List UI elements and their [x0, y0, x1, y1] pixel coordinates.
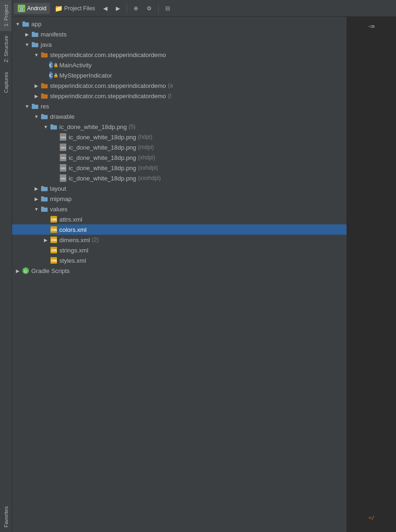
ic-done-hdpi-suffix: (hdpi) — [138, 134, 153, 140]
res-label: res — [41, 103, 49, 110]
tree-item-gradle[interactable]: ▶ G Gradle Scripts — [12, 266, 346, 276]
tree-item-dimens[interactable]: ▶ XML dimens.xml (2) — [12, 235, 346, 245]
png-icon-hdpi: IMG — [59, 133, 67, 141]
ic-done-xxxhdpi-label: ic_done_white_18dp.png — [69, 175, 136, 182]
folder-icon-res — [31, 102, 39, 110]
expand-arrow-ic-done[interactable]: ▼ — [42, 123, 50, 130]
styles-label: styles.xml — [59, 257, 86, 264]
tree-item-values[interactable]: ▼ values — [12, 204, 346, 214]
tree-item-ic-done-hdpi[interactable]: IMG ic_done_white_18dp.png (hdpi) — [12, 132, 346, 142]
mipmap-label: mipmap — [50, 195, 71, 202]
tree-item-strings[interactable]: XML strings.xml — [12, 245, 346, 255]
ic-done-hdpi-label: ic_done_white_18dp.png — [69, 134, 136, 141]
nav-next-button[interactable]: ▶ — [112, 3, 124, 14]
nav-left-icon: ◀ — [103, 5, 107, 12]
ic-done-xxxhdpi-suffix: (xxxhdpi) — [138, 175, 161, 181]
folder-icon-app — [21, 20, 30, 28]
tree-item-java[interactable]: ▼ java — [12, 39, 346, 50]
sidebar-tab-favorites[interactable]: Favorites — [0, 502, 12, 532]
expand-arrow-values[interactable]: ▼ — [33, 205, 40, 213]
drawable-label: drawable — [50, 113, 75, 120]
png-icon-mdpi: IMG — [59, 144, 67, 151]
tree-item-pkg3[interactable]: ▶ stepperindicator.com.stepperindicatord… — [12, 91, 346, 101]
tree-item-ic-done-xxxhdpi[interactable]: IMG ic_done_white_18dp.png (xxxhdpi) — [12, 173, 346, 183]
tree-item-colors[interactable]: XML colors.xml — [12, 224, 346, 235]
folder-icon-java — [31, 41, 39, 48]
expand-arrow-app[interactable]: ▼ — [14, 20, 21, 28]
xml-icon-styles: XML — [50, 257, 58, 264]
mystepper-label: MyStepperIndicator — [59, 72, 112, 79]
sidebar-tab-structure[interactable]: Z: Structure — [0, 31, 12, 67]
gradle-icon: G — [21, 267, 30, 274]
pkg1-label: stepperindicator.com.stepperindicatordem… — [50, 51, 166, 58]
svg-text:IMG: IMG — [61, 136, 66, 139]
svg-rect-15 — [41, 114, 44, 116]
tree-item-pkg1[interactable]: ▼ stepperindicator.com.stepperindicatord… — [12, 50, 346, 60]
expand-arrow-mipmap[interactable]: ▶ — [33, 195, 40, 202]
nav-prev-button[interactable]: ◀ — [99, 3, 111, 14]
java-icon-mystepper: C 🔒 — [50, 72, 58, 79]
tree-item-manifests[interactable]: ▶ manifests — [12, 29, 346, 39]
xml-preview-close: </ — [367, 513, 376, 523]
folder-icon-pkg3 — [40, 92, 49, 100]
java-label: java — [41, 41, 52, 48]
expand-arrow-manifests[interactable]: ▶ — [23, 30, 31, 38]
svg-text:XML: XML — [51, 228, 57, 231]
collapse-button[interactable]: ⊟ — [162, 3, 174, 14]
tree-item-res[interactable]: ▼ res — [12, 101, 346, 111]
folder-icon-ic-done — [50, 123, 58, 130]
xml-icon-strings: XML — [50, 246, 58, 254]
tree-item-app[interactable]: ▼ app — [12, 19, 346, 29]
tree-item-mipmap[interactable]: ▶ mipmap — [12, 194, 346, 204]
tree-item-attrs[interactable]: XML attrs.xml — [12, 214, 346, 224]
dimens-suffix: (2) — [92, 237, 99, 243]
app-label: app — [31, 21, 42, 28]
expand-arrow-pkg1[interactable]: ▼ — [33, 51, 40, 58]
expand-arrow-pkg3[interactable]: ▶ — [33, 92, 40, 100]
expand-arrow-res[interactable]: ▼ — [23, 102, 31, 110]
tree-item-ic-done-mdpi[interactable]: IMG ic_done_white_18dp.png (mdpi) — [12, 142, 346, 152]
svg-rect-29 — [41, 186, 44, 188]
svg-text:XML: XML — [51, 249, 57, 252]
xml-icon-attrs: XML — [50, 216, 58, 223]
ic-done-xhdpi-label: ic_done_white_18dp.png — [69, 154, 136, 161]
tree-item-drawable[interactable]: ▼ drawable — [12, 111, 346, 122]
java-icon-mainactivity: C 🔒 — [50, 61, 58, 69]
expand-arrow-gradle[interactable]: ▶ — [14, 267, 21, 274]
expand-arrow-layout[interactable]: ▶ — [33, 185, 40, 192]
tree-item-layout[interactable]: ▶ layout — [12, 183, 346, 194]
sidebar-tab-captures[interactable]: Captures — [0, 67, 12, 98]
android-icon: 🤖 — [18, 5, 25, 12]
tree-item-styles[interactable]: XML styles.xml — [12, 255, 346, 266]
svg-rect-5 — [32, 42, 35, 44]
expand-arrow-pkg2[interactable]: ▶ — [33, 82, 40, 89]
expand-arrow-drawable[interactable]: ▼ — [33, 113, 40, 120]
svg-rect-33 — [41, 207, 44, 208]
expand-arrow-dimens[interactable]: ▶ — [42, 236, 50, 244]
xml-icon-dimens: XML — [50, 236, 58, 244]
project-files-button[interactable]: 📁 Project Files — [51, 3, 99, 14]
sidebar-tab-project[interactable]: 1: Project — [0, 0, 12, 31]
folder-icon-layout — [40, 185, 49, 192]
tree-item-ic-done-xxhdpi[interactable]: IMG ic_done_white_18dp.png (xxhdpi) — [12, 163, 346, 173]
tree-item-ic-done-group[interactable]: ▼ ic_done_white_18dp.png (5) — [12, 122, 346, 132]
tree-item-pkg2[interactable]: ▶ stepperindicator.com.stepperindicatord… — [12, 80, 346, 91]
gear-icon: ⚙ — [147, 5, 152, 12]
tree-item-ic-done-xhdpi[interactable]: IMG ic_done_white_18dp.png (xhdpi) — [12, 152, 346, 163]
folder-icon-manifests — [31, 30, 39, 38]
file-tree: ▼ app ▶ manifests ▼ — [12, 17, 346, 532]
expand-arrow-java[interactable]: ▼ — [23, 41, 31, 48]
folder-icon: 📁 — [55, 5, 62, 12]
colors-label: colors.xml — [59, 226, 87, 233]
tree-item-mainactivity[interactable]: C 🔒 MainActivity — [12, 60, 346, 70]
svg-text:IMG: IMG — [61, 167, 66, 170]
sync-button[interactable]: ⊕ — [130, 3, 142, 14]
gradle-label: Gradle Scripts — [31, 267, 70, 274]
android-view-button[interactable]: 🤖 Android — [14, 3, 50, 14]
folder-icon-pkg2 — [40, 82, 49, 89]
manifests-label: manifests — [41, 31, 67, 38]
settings-button[interactable]: ⚙ — [143, 3, 156, 14]
pkg2-suffix: (a — [168, 82, 173, 89]
mainactivity-label: MainActivity — [59, 62, 92, 69]
tree-item-mystepper[interactable]: C 🔒 MyStepperIndicator — [12, 70, 346, 80]
